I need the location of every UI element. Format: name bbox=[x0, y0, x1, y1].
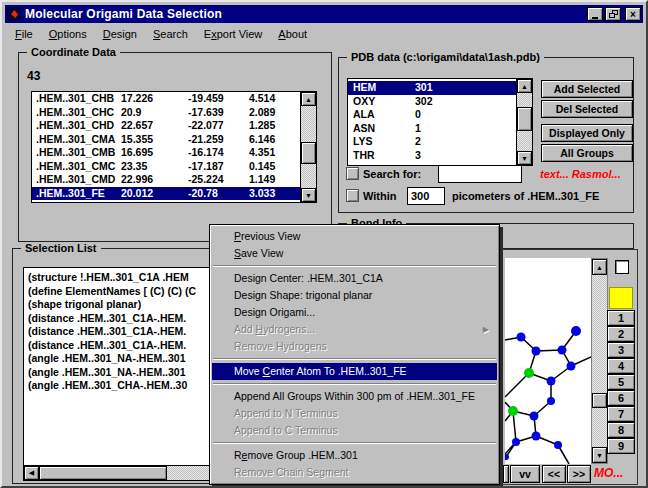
menu-export-view[interactable]: Export View bbox=[196, 27, 271, 41]
scroll-down-button[interactable]: ▼ bbox=[517, 151, 532, 165]
down-arrow-icon: ▼ bbox=[596, 452, 603, 459]
number-button-3[interactable]: 3 bbox=[607, 342, 635, 358]
menu-bar: File Options Design Search Export View A… bbox=[5, 25, 643, 42]
minimize-button[interactable] bbox=[587, 7, 603, 21]
number-button-9[interactable]: 9 bbox=[607, 438, 635, 454]
menu-item-remove-group[interactable]: Remove Group .HEM..301 bbox=[212, 447, 497, 464]
menu-item-move-center-atom[interactable]: Move Center Atom To .HEM..301_FE bbox=[212, 363, 497, 380]
pdb-scrollbar: ▲ ▼ bbox=[516, 79, 532, 165]
scroll-down-button[interactable]: ▼ bbox=[592, 447, 607, 463]
close-icon: × bbox=[630, 9, 636, 20]
table-row[interactable]: .HEM..301_CMA15.355-21.2596.146 bbox=[32, 133, 300, 147]
window-title: Molecular Origami Data Selection bbox=[25, 7, 222, 21]
menu-item-append-all-groups[interactable]: Append All Groups Within 300 pm of .HEM.… bbox=[212, 388, 497, 405]
scrollbar-track[interactable] bbox=[517, 93, 532, 151]
table-row[interactable]: .HEM..301_CMD22.996-25.2241.149 bbox=[32, 173, 300, 187]
within-checkbox[interactable] bbox=[346, 189, 359, 202]
coordinate-scrollbar: ▲ ▼ bbox=[300, 92, 316, 202]
molecule-canvas[interactable] bbox=[505, 258, 591, 464]
list-item[interactable]: OXY302 bbox=[348, 95, 516, 109]
app-icon bbox=[7, 7, 21, 21]
all-groups-button[interactable]: All Groups bbox=[541, 144, 633, 162]
menu-separator bbox=[213, 358, 496, 360]
menu-item-append-n-terminus[interactable]: Append to N Terminus bbox=[212, 405, 497, 422]
search-input[interactable] bbox=[438, 165, 522, 183]
list-item[interactable]: ASN1 bbox=[348, 122, 516, 136]
add-selected-button[interactable]: Add Selected bbox=[541, 80, 633, 98]
menu-design[interactable]: Design bbox=[95, 27, 145, 41]
color-swatch[interactable] bbox=[609, 287, 633, 309]
table-row[interactable]: .HEM..301_CHD22.657-22.0771.285 bbox=[32, 119, 300, 133]
scrollbar-thumb[interactable] bbox=[39, 466, 167, 480]
menu-item-remove-hydrogens[interactable]: Remove Hydrogens bbox=[212, 338, 497, 355]
scrollbar-track[interactable] bbox=[592, 275, 607, 447]
coordinate-listbox: .HEM..301_CHB17.226-19.4594.514 .HEM..30… bbox=[31, 91, 317, 203]
table-row[interactable]: .HEM..301_CHC20.9-17.6392.089 bbox=[32, 106, 300, 120]
menu-item-add-hydrogens[interactable]: Add Hydrogens...▶ bbox=[212, 321, 497, 338]
within-input[interactable] bbox=[407, 187, 445, 205]
list-item[interactable]: LYS2 bbox=[348, 135, 516, 149]
menu-item-design-shape[interactable]: Design Shape: trigonal planar bbox=[212, 287, 497, 304]
scrollbar-track[interactable] bbox=[301, 106, 316, 188]
scroll-left-button[interactable]: ◀ bbox=[24, 466, 39, 480]
table-row[interactable]: .HEM..301_CHB17.226-19.4594.514 bbox=[32, 92, 300, 106]
scroll-up-button[interactable]: ▲ bbox=[301, 92, 316, 106]
scrollbar-thumb[interactable] bbox=[592, 393, 607, 408]
scrollbar-thumb[interactable] bbox=[517, 107, 532, 131]
up-arrow-icon: ▲ bbox=[305, 96, 312, 103]
menu-options[interactable]: Options bbox=[41, 27, 95, 41]
selection-list-label: Selection List bbox=[21, 242, 101, 254]
list-item-selected[interactable]: HEM301 bbox=[348, 81, 516, 95]
table-row[interactable]: .HEM..301_CMC23.35-17.1870.145 bbox=[32, 160, 300, 174]
coordinate-data-group: Coordinate Data 43 .HEM..301_CHB17.226-1… bbox=[18, 52, 332, 242]
restore-icon bbox=[609, 10, 618, 18]
scroll-up-button[interactable]: ▲ bbox=[517, 79, 532, 93]
menu-item-save-view[interactable]: Save View bbox=[212, 245, 497, 262]
coordinate-count: 43 bbox=[27, 69, 40, 83]
title-bar[interactable]: Molecular Origami Data Selection × bbox=[5, 5, 643, 23]
search-for-checkbox[interactable] bbox=[346, 167, 359, 180]
pdb-listbox: HEM301 OXY302 ALA0 ASN1 LYS2 THR3 ▲ ▼ bbox=[347, 78, 533, 166]
menu-file[interactable]: File bbox=[7, 27, 41, 41]
scroll-down-button[interactable]: ▼ bbox=[301, 188, 316, 202]
minimize-icon bbox=[592, 17, 598, 19]
panel-checkbox[interactable] bbox=[615, 260, 629, 274]
nav-button-partial[interactable] bbox=[503, 465, 509, 483]
submenu-arrow-icon: ▶ bbox=[483, 321, 489, 338]
displayed-only-button[interactable]: Displayed Only bbox=[541, 124, 633, 142]
close-button[interactable]: × bbox=[625, 7, 641, 21]
nav-prev-button[interactable]: << bbox=[542, 465, 566, 483]
number-button-5[interactable]: 5 bbox=[607, 374, 635, 390]
down-arrow-icon: ▼ bbox=[521, 155, 528, 162]
number-button-8[interactable]: 8 bbox=[607, 422, 635, 438]
list-item[interactable]: ALA0 bbox=[348, 108, 516, 122]
number-button-2[interactable]: 2 bbox=[607, 326, 635, 342]
table-row-selected[interactable]: .HEM..301_FE20.012-20.783.033 bbox=[32, 187, 300, 201]
menu-item-design-origami[interactable]: Design Origami... bbox=[212, 304, 497, 321]
restore-button[interactable] bbox=[605, 7, 621, 21]
number-button-4[interactable]: 4 bbox=[607, 358, 635, 374]
menu-item-design-center[interactable]: Design Center: .HEM..301_C1A bbox=[212, 270, 497, 287]
menu-item-remove-chain-segment[interactable]: Remove Chain Segment bbox=[212, 464, 497, 481]
menu-item-append-c-terminus[interactable]: Append to C Terminus bbox=[212, 422, 497, 439]
menu-separator bbox=[213, 265, 496, 267]
menu-separator bbox=[213, 383, 496, 385]
del-selected-button[interactable]: Del Selected bbox=[541, 100, 633, 118]
within-label: Within bbox=[363, 190, 397, 202]
nav-down-button[interactable]: vv bbox=[510, 465, 540, 483]
panel-scrollbar: ▲ ▼ bbox=[591, 258, 608, 464]
app-window: Molecular Origami Data Selection × File … bbox=[0, 0, 648, 488]
number-button-1[interactable]: 1 bbox=[607, 310, 635, 326]
menu-item-previous-view[interactable]: Previous View bbox=[212, 228, 497, 245]
left-arrow-icon: ◀ bbox=[29, 469, 34, 477]
number-button-7[interactable]: 7 bbox=[607, 406, 635, 422]
scrollbar-thumb[interactable] bbox=[301, 142, 316, 164]
scroll-up-button[interactable]: ▲ bbox=[592, 259, 607, 275]
menu-about[interactable]: About bbox=[270, 27, 315, 41]
menu-search[interactable]: Search bbox=[145, 27, 196, 41]
nav-next-button[interactable]: >> bbox=[567, 465, 591, 483]
table-row[interactable]: .HEM..301_CMB16.695-16.1744.351 bbox=[32, 146, 300, 160]
number-button-6[interactable]: 6 bbox=[607, 390, 635, 406]
search-for-label: Search for: bbox=[363, 168, 421, 180]
list-item[interactable]: THR3 bbox=[348, 149, 516, 163]
